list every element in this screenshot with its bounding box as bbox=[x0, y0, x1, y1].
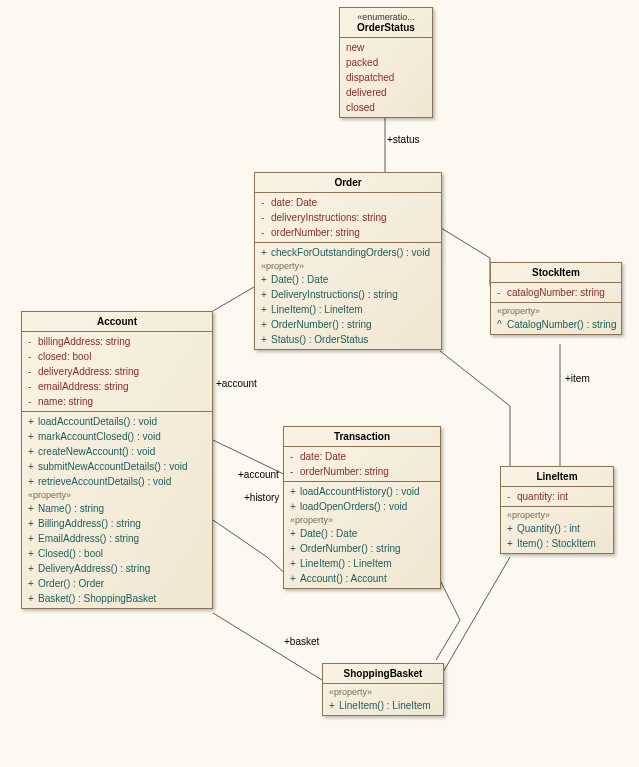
class-stockitem[interactable]: StockItem -catalogNumber: string «proper… bbox=[490, 262, 622, 335]
attribute: -orderNumber: string bbox=[261, 225, 435, 240]
property-label: «property» bbox=[290, 514, 434, 526]
attribute: -orderNumber: string bbox=[290, 464, 434, 479]
assoc-label-item: +item bbox=[565, 373, 590, 384]
attribute: -quantity: int bbox=[507, 489, 607, 504]
operations: «property» +Quantity() : int +Item() : S… bbox=[501, 507, 613, 553]
operations: +loadAccountDetails() : void +markAccoun… bbox=[22, 412, 212, 608]
property: +Order() : Order bbox=[28, 576, 206, 591]
class-shoppingbasket[interactable]: ShoppingBasket «property» +LineItem() : … bbox=[322, 663, 444, 716]
svg-line-3 bbox=[442, 557, 510, 674]
class-header: «enumeratio... OrderStatus bbox=[340, 8, 432, 38]
operation: +markAccountClosed() : void bbox=[28, 429, 206, 444]
attribute: -catalogNumber: string bbox=[497, 285, 615, 300]
enum-literal: packed bbox=[346, 55, 426, 70]
diagram-canvas: { "chart_data": { "type": "table", "titl… bbox=[0, 0, 639, 767]
property: ^CatalogNumber() : string bbox=[497, 317, 615, 332]
property-label: «property» bbox=[497, 305, 615, 317]
property: +BillingAddress() : string bbox=[28, 516, 206, 531]
attribute: -date: Date bbox=[261, 195, 435, 210]
property: +Date() : Date bbox=[261, 272, 435, 287]
class-name: OrderStatus bbox=[346, 22, 426, 33]
property: +DeliveryInstructions() : string bbox=[261, 287, 435, 302]
operation: +retrieveAccountDetails() : void bbox=[28, 474, 206, 489]
operation: +loadAccountDetails() : void bbox=[28, 414, 206, 429]
assoc-label-account: +account bbox=[216, 378, 257, 389]
property-label: «property» bbox=[261, 260, 435, 272]
class-header: StockItem bbox=[491, 263, 621, 283]
literals: new packed dispatched delivered closed bbox=[340, 38, 432, 117]
class-header: Account bbox=[22, 312, 212, 332]
class-order[interactable]: Order -date: Date -deliveryInstructions:… bbox=[254, 172, 442, 350]
enum-literal: dispatched bbox=[346, 70, 426, 85]
property-label: «property» bbox=[28, 489, 206, 501]
attributes: -billingAddress: string -closed: bool -d… bbox=[22, 332, 212, 412]
operations: +loadAccountHistory() : void +loadOpenOr… bbox=[284, 482, 440, 588]
attribute: -deliveryAddress: string bbox=[28, 364, 206, 379]
operations: «property» +LineItem() : LineItem bbox=[323, 684, 443, 715]
attributes: -quantity: int bbox=[501, 487, 613, 507]
attributes: -date: Date -orderNumber: string bbox=[284, 447, 440, 482]
property: +LineItem() : LineItem bbox=[290, 556, 434, 571]
class-orderstatus[interactable]: «enumeratio... OrderStatus new packed di… bbox=[339, 7, 433, 118]
operation: +loadOpenOrders() : void bbox=[290, 499, 434, 514]
property: +LineItem() : LineItem bbox=[329, 698, 437, 713]
attributes: -date: Date -deliveryInstructions: strin… bbox=[255, 193, 441, 243]
operations: «property» ^CatalogNumber() : string bbox=[491, 303, 621, 334]
property: +Closed() : bool bbox=[28, 546, 206, 561]
operation: +createNewAccount() : void bbox=[28, 444, 206, 459]
property-label: «property» bbox=[329, 686, 437, 698]
operation: +submitNewAccountDetails() : void bbox=[28, 459, 206, 474]
property: +Item() : StockItem bbox=[507, 536, 607, 551]
class-lineitem[interactable]: LineItem -quantity: int «property» +Quan… bbox=[500, 466, 614, 554]
assoc-label-status: +status bbox=[387, 134, 420, 145]
property: +Name() : string bbox=[28, 501, 206, 516]
attribute: -date: Date bbox=[290, 449, 434, 464]
property: +Status() : OrderStatus bbox=[261, 332, 435, 347]
attribute: -closed: bool bbox=[28, 349, 206, 364]
operation: +checkForOutstandingOrders() : void bbox=[261, 245, 435, 260]
enum-literal: new bbox=[346, 40, 426, 55]
class-header: ShoppingBasket bbox=[323, 664, 443, 684]
attribute: -billingAddress: string bbox=[28, 334, 206, 349]
attribute: -name: string bbox=[28, 394, 206, 409]
enum-literal: closed bbox=[346, 100, 426, 115]
property: +OrderNumber() : string bbox=[290, 541, 434, 556]
attribute: -deliveryInstructions: string bbox=[261, 210, 435, 225]
assoc-label-basket: +basket bbox=[284, 636, 319, 647]
property: +Account() : Account bbox=[290, 571, 434, 586]
property: +Date() : Date bbox=[290, 526, 434, 541]
property-label: «property» bbox=[507, 509, 607, 521]
class-transaction[interactable]: Transaction -date: Date -orderNumber: st… bbox=[283, 426, 441, 589]
property: +Basket() : ShoppingBasket bbox=[28, 591, 206, 606]
property: +EmailAddress() : string bbox=[28, 531, 206, 546]
attribute: -emailAddress: string bbox=[28, 379, 206, 394]
class-header: Transaction bbox=[284, 427, 440, 447]
attributes: -catalogNumber: string bbox=[491, 283, 621, 303]
assoc-label-history: +history bbox=[244, 492, 279, 503]
class-header: LineItem bbox=[501, 467, 613, 487]
svg-line-1 bbox=[213, 287, 254, 311]
property: +LineItem() : LineItem bbox=[261, 302, 435, 317]
property: +Quantity() : int bbox=[507, 521, 607, 536]
class-account[interactable]: Account -billingAddress: string -closed:… bbox=[21, 311, 213, 609]
stereotype: «enumeratio... bbox=[346, 12, 426, 22]
operation: +loadAccountHistory() : void bbox=[290, 484, 434, 499]
property: +OrderNumber() : string bbox=[261, 317, 435, 332]
enum-literal: delivered bbox=[346, 85, 426, 100]
class-header: Order bbox=[255, 173, 441, 193]
assoc-label-account2: +account bbox=[238, 469, 279, 480]
operations: +checkForOutstandingOrders() : void «pro… bbox=[255, 243, 441, 349]
property: +DeliveryAddress() : string bbox=[28, 561, 206, 576]
